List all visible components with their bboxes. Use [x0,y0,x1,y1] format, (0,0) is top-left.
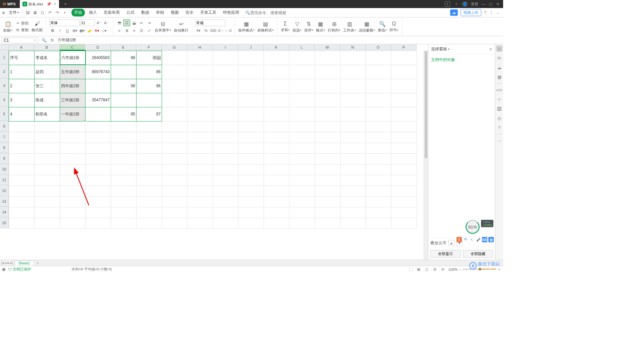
cell-K9[interactable] [264,153,289,164]
cell-D15[interactable] [86,218,111,229]
row-header-10[interactable]: 10 [0,164,9,174]
cell-H4[interactable] [187,93,213,107]
cell-I3[interactable] [213,79,238,93]
cell-P15[interactable] [391,218,417,229]
underline-icon[interactable]: U [64,27,71,34]
cell-G13[interactable] [162,196,187,207]
vertical-scrollbar[interactable] [424,50,428,260]
cell-J12[interactable] [238,186,264,196]
properties-icon[interactable]: </> [496,87,502,93]
cell-M4[interactable] [315,93,340,107]
cell-L1[interactable] [289,51,315,65]
sheet-nav-next-icon[interactable]: ▸ [8,261,10,265]
cell-A4[interactable]: 3 [9,93,35,107]
column-header-D[interactable]: D [85,44,111,50]
column-header-A[interactable]: A [9,44,34,50]
cell-O1[interactable] [366,51,391,65]
copy-button[interactable]: ⧉复制 [15,27,29,33]
cell-G2[interactable] [162,65,187,79]
cell-L11[interactable] [289,175,315,186]
cell-O14[interactable] [366,207,391,218]
cell-H7[interactable] [187,132,213,143]
column-header-E[interactable]: E [111,44,136,50]
cell-N6[interactable] [340,121,366,132]
cell-N1[interactable] [340,51,366,65]
print-icon[interactable]: 🖶 [33,10,38,15]
print-preview-icon[interactable]: 🗋 [40,10,45,15]
cell-K12[interactable] [264,186,289,196]
decrease-decimal-icon[interactable]: ←.0 [225,27,231,34]
cell-P3[interactable] [391,79,417,93]
cell-G3[interactable] [162,79,187,93]
cell-L2[interactable] [289,65,315,79]
cell-I11[interactable] [213,175,238,186]
ribbon-tab-开始[interactable]: 开始 [71,9,85,16]
cell-J10[interactable] [238,164,264,175]
spreadsheet-grid[interactable]: ABCDEFGHIJKLMNOP 123456789101112131415 序… [0,44,428,260]
cell-A12[interactable] [9,186,35,196]
cell-E11[interactable] [111,175,137,186]
ribbon-tab-页面布局[interactable]: 页面布局 [101,9,122,16]
cell-M13[interactable] [315,196,340,207]
zoom-out-icon[interactable]: − [459,267,461,271]
cell-C1[interactable]: 六年级1班 [60,51,86,65]
cell-F14[interactable] [137,207,162,218]
align-bottom-icon[interactable]: ⬓ [131,19,138,26]
cell-I14[interactable] [213,207,238,218]
cell-H2[interactable] [187,65,213,79]
cell-E10[interactable] [111,164,137,175]
ribbon-tab-安全[interactable]: 安全 [183,9,196,16]
cell-E3[interactable]: 58 [111,79,137,93]
cell-N5[interactable] [340,107,366,121]
cell-D4[interactable]: 35477847 [86,93,111,107]
cell-F3[interactable]: 96 [137,79,162,93]
redo-icon[interactable]: ↷ [55,10,60,15]
cell-E8[interactable] [111,143,137,153]
increase-indent-icon[interactable]: ⇥ [146,19,152,26]
cell-F8[interactable] [137,143,162,153]
cell-F10[interactable] [137,164,162,175]
align-left-icon[interactable]: ≡ [116,27,123,34]
cell-F9[interactable] [137,153,162,164]
cell-N2[interactable] [340,65,366,79]
maximize-icon[interactable]: ▢ [489,2,493,6]
cell-J15[interactable] [238,218,264,229]
align-top-icon[interactable]: ⬒ [116,19,123,26]
cell-M11[interactable] [315,175,340,186]
cell-P5[interactable] [391,107,417,121]
cut-button[interactable]: ✂剪切 [15,20,29,26]
cell-I6[interactable] [213,121,238,132]
cell-P4[interactable] [391,93,417,107]
rowcol-button[interactable]: ⊞行和列▾ [326,21,342,33]
name-box[interactable]: C1▾ [1,37,38,43]
fill-handle[interactable] [84,120,86,121]
column-header-J[interactable]: J [238,44,264,50]
decrease-indent-icon[interactable]: ⇤ [138,19,145,26]
cell-D13[interactable] [86,196,111,207]
column-header-P[interactable]: P [391,44,417,50]
more-icon[interactable]: ⋮ [489,10,493,15]
cell-N7[interactable] [340,132,366,143]
help-pane-icon[interactable]: ? [496,124,502,131]
cell-H12[interactable] [187,186,213,196]
row-header-11[interactable]: 11 [0,174,9,185]
cell-H5[interactable] [187,107,213,121]
cell-K5[interactable] [264,107,289,121]
cell-J11[interactable] [238,175,264,186]
column-header-F[interactable]: F [136,44,162,50]
sheet-tab[interactable]: Sheet1 [15,260,34,265]
cell-K13[interactable] [264,196,289,207]
cell-G10[interactable] [162,164,187,175]
comma-icon[interactable]: 000 [210,27,217,34]
cell-G14[interactable] [162,207,187,218]
cell-J5[interactable] [238,107,264,121]
cell-E4[interactable] [111,93,137,107]
cell-O5[interactable] [366,107,391,121]
cell-A8[interactable] [9,143,35,153]
cell-H11[interactable] [187,175,213,186]
cell-L8[interactable] [289,143,315,153]
cell-O15[interactable] [366,218,391,229]
table-style-button[interactable]: ▤表格样式▾ [256,21,275,33]
paste-button[interactable]: 📋粘贴▾ [2,21,14,33]
cell-C12[interactable] [60,186,86,196]
